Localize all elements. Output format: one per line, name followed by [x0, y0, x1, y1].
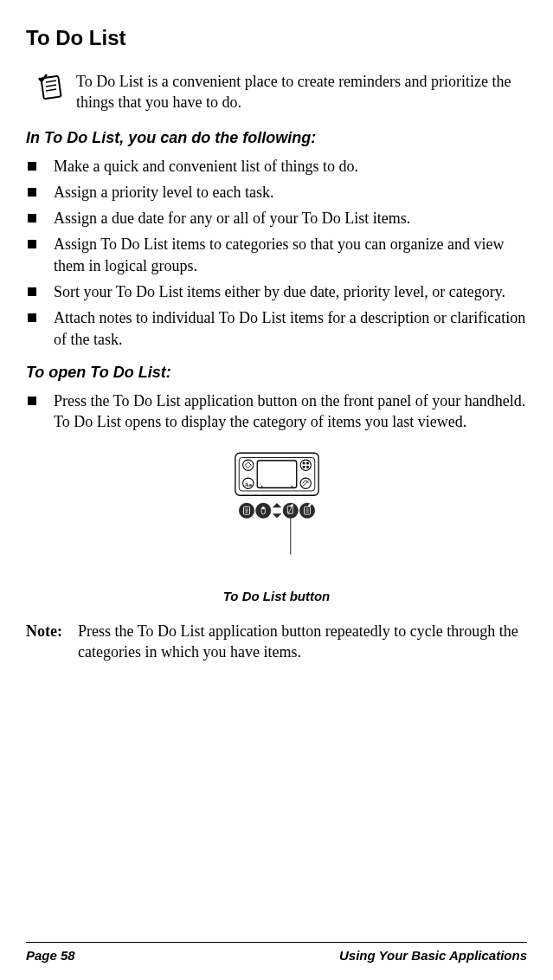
svg-point-8: [300, 460, 311, 470]
bullet-icon: [28, 240, 36, 248]
svg-rect-9: [302, 461, 305, 464]
page-footer: Page 58 Using Your Basic Applications: [26, 942, 527, 963]
svg-rect-10: [306, 461, 309, 464]
chapter-title: Using Your Basic Applications: [339, 948, 527, 963]
list-item: Make a quick and convenient list of thin…: [26, 156, 527, 177]
bullet-text: Attach notes to individual To Do List it…: [54, 307, 527, 350]
list-item: Assign a priority level to each task.: [26, 182, 527, 203]
svg-line-3: [46, 89, 56, 91]
svg-point-16: [260, 485, 262, 487]
bullet-text: Make a quick and convenient list of thin…: [54, 156, 527, 177]
device-figure: Aa To Do List button: [26, 448, 527, 603]
bullet-icon: [28, 397, 36, 405]
intro-text: To Do List is a convenient place to crea…: [76, 71, 527, 113]
open-list: Press the To Do List application button …: [26, 390, 527, 433]
bullet-text: Press the To Do List application button …: [54, 390, 527, 433]
svg-point-7: [242, 460, 253, 470]
bullet-icon: [28, 188, 36, 197]
bullet-icon: [28, 162, 36, 171]
section-heading-open: To open To Do List:: [26, 364, 527, 382]
handheld-device-illustration: Aa: [190, 448, 363, 570]
svg-rect-11: [302, 466, 305, 468]
note-label: Note:: [26, 621, 62, 642]
svg-point-17: [291, 485, 293, 487]
svg-line-2: [46, 85, 56, 87]
figure-label: To Do List button: [223, 589, 331, 603]
bullet-text: Assign a due date for any or all of your…: [54, 208, 527, 229]
todo-list-icon: [36, 73, 64, 100]
bullet-icon: [28, 313, 36, 322]
note-block: Note: Press the To Do List application b…: [26, 621, 527, 663]
svg-rect-6: [257, 461, 297, 488]
features-list: Make a quick and convenient list of thin…: [26, 156, 527, 350]
page-title: To Do List: [26, 26, 527, 50]
bullet-text: Sort your To Do List items either by due…: [54, 281, 527, 302]
bullet-text: Assign a priority level to each task.: [54, 182, 527, 203]
note-text: Press the To Do List application button …: [78, 621, 527, 663]
bullet-text: Assign To Do List items to categories so…: [54, 234, 527, 276]
list-item: Press the To Do List application button …: [26, 390, 527, 433]
list-item: Assign a due date for any or all of your…: [26, 208, 527, 229]
intro-block: To Do List is a convenient place to crea…: [26, 71, 527, 113]
svg-line-1: [46, 81, 56, 82]
list-item: Assign To Do List items to categories so…: [26, 234, 527, 276]
bullet-icon: [28, 287, 36, 296]
list-item: Sort your To Do List items either by due…: [26, 281, 527, 302]
page-number: Page 58: [26, 948, 75, 963]
section-heading-features: In To Do List, you can do the following:: [26, 129, 527, 147]
svg-text:Aa: Aa: [244, 480, 252, 487]
list-item: Attach notes to individual To Do List it…: [26, 307, 527, 350]
svg-rect-12: [306, 466, 309, 468]
svg-point-24: [255, 503, 271, 519]
svg-point-26: [261, 507, 265, 509]
bullet-icon: [28, 214, 36, 222]
